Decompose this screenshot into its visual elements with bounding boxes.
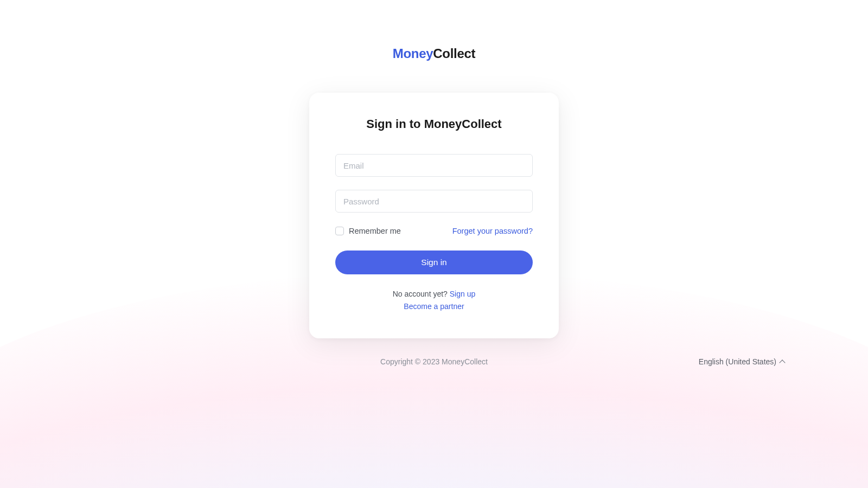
signin-card: Sign in to MoneyCollect Remember me Forg… xyxy=(309,93,559,338)
remember-me[interactable]: Remember me xyxy=(335,227,401,235)
brand-logo: MoneyCollect xyxy=(393,46,475,61)
partner-row: Become a partner xyxy=(335,301,533,311)
signin-button[interactable]: Sign in xyxy=(335,251,533,274)
password-field[interactable] xyxy=(335,190,533,213)
page-container: MoneyCollect Sign in to MoneyCollect Rem… xyxy=(0,0,868,488)
language-selector[interactable]: English (United States) xyxy=(699,357,784,366)
remember-checkbox[interactable] xyxy=(335,227,344,235)
copyright-text: Copyright © 2023 MoneyCollect xyxy=(380,357,488,366)
brand-logo-part1: Money xyxy=(393,46,433,61)
become-partner-link[interactable]: Become a partner xyxy=(404,302,464,311)
email-field[interactable] xyxy=(335,154,533,177)
footer: Copyright © 2023 MoneyCollect English (U… xyxy=(0,357,868,366)
options-row: Remember me Forget your password? xyxy=(335,227,533,235)
remember-label: Remember me xyxy=(349,227,401,235)
forgot-password-link[interactable]: Forget your password? xyxy=(452,227,533,235)
card-title: Sign in to MoneyCollect xyxy=(335,117,533,131)
signup-row: No account yet? Sign up xyxy=(335,290,533,298)
signup-link[interactable]: Sign up xyxy=(450,290,475,298)
chevron-up-icon xyxy=(779,359,785,365)
brand-logo-part2: Collect xyxy=(433,46,475,61)
language-label: English (United States) xyxy=(699,357,776,366)
no-account-text: No account yet? xyxy=(393,290,450,298)
